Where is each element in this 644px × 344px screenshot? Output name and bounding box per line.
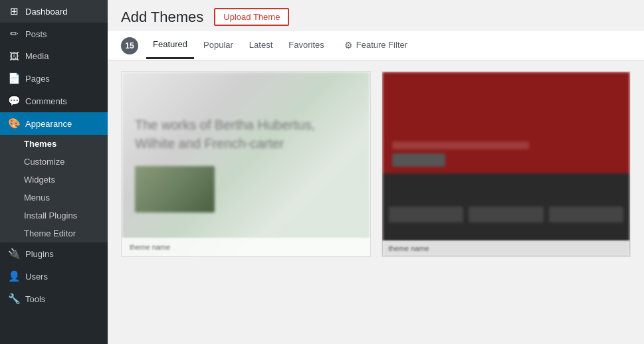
tab-featured[interactable]: Featured [146, 33, 194, 59]
sidebar-item-pages[interactable]: 📄 Pages [0, 67, 108, 90]
plugins-icon: 🔌 [8, 248, 20, 260]
tab-favorites[interactable]: Favorites [282, 33, 330, 58]
main-content: Add Themes Upload Theme 15 Featured Popu… [108, 0, 644, 344]
tabs-bar: 15 Featured Popular Latest Favorites ⚙ F… [108, 31, 644, 60]
sidebar-item-media[interactable]: 🖼 Media [0, 45, 108, 67]
upload-theme-button[interactable]: Upload Theme [214, 8, 289, 26]
sidebar-item-label: Media [25, 51, 49, 61]
sidebar-item-label: Plugins [25, 249, 54, 259]
submenu-customize[interactable]: Customize [0, 153, 108, 171]
pages-icon: 📄 [8, 72, 20, 84]
submenu-widgets[interactable]: Widgets [0, 171, 108, 189]
posts-icon: ✏ [8, 28, 20, 40]
theme-preview-image [135, 166, 215, 213]
page-title: Add Themes [121, 9, 203, 26]
tools-icon: 🔧 [8, 293, 20, 305]
dark-block-1 [389, 207, 464, 222]
theme-card-2[interactable]: theme name [381, 71, 631, 257]
sidebar-item-tools[interactable]: 🔧 Tools [0, 288, 108, 310]
feature-filter-label: Feature Filter [356, 40, 407, 50]
theme-preview-text: The works of Bertha Hubertus, Wilhite an… [135, 116, 357, 153]
submenu-menus[interactable]: Menus [0, 189, 108, 207]
submenu-install-plugins[interactable]: Install Plugins [0, 207, 108, 224]
theme-btn-block [392, 153, 445, 167]
sidebar-item-label: Dashboard [25, 7, 68, 17]
sidebar-item-label: Comments [25, 96, 67, 106]
sidebar-item-users[interactable]: 👤 Users [0, 265, 108, 288]
theme-card-2-inner: theme name [382, 72, 631, 256]
dark-block-2 [469, 207, 544, 222]
sidebar-item-label: Pages [25, 74, 50, 84]
tab-feature-filter[interactable]: ⚙ Feature Filter [338, 33, 414, 58]
gear-icon: ⚙ [344, 40, 353, 50]
theme-count-badge: 15 [121, 37, 138, 54]
sidebar-item-label: Tools [25, 294, 45, 304]
appearance-icon: 🎨 [8, 118, 20, 129]
sidebar-item-comments[interactable]: 💬 Comments [0, 90, 108, 112]
page-header: Add Themes Upload Theme [108, 0, 644, 31]
dark-block-3 [549, 207, 624, 222]
dashboard-icon: ⊞ [8, 5, 20, 17]
theme-title-block [392, 141, 529, 149]
theme-card-1-inner: The works of Bertha Hubertus, Wilhite an… [122, 72, 370, 256]
sidebar: ⊞ Dashboard ✏ Posts 🖼 Media 📄 Pages 💬 Co… [0, 0, 108, 344]
theme-preview-header [382, 72, 631, 173]
sidebar-item-label: Appearance [25, 119, 72, 129]
tab-popular[interactable]: Popular [197, 33, 240, 58]
tab-latest[interactable]: Latest [243, 33, 279, 58]
theme-card-1-footer: theme name [122, 238, 370, 256]
users-icon: 👤 [8, 270, 20, 282]
submenu-themes[interactable]: Themes [0, 135, 108, 153]
sidebar-item-label: Users [25, 272, 48, 282]
theme-preview-2 [382, 72, 631, 256]
submenu-theme-editor[interactable]: Theme Editor [0, 224, 108, 242]
comments-icon: 💬 [8, 95, 20, 107]
theme-preview-1: The works of Bertha Hubertus, Wilhite an… [122, 72, 370, 256]
themes-grid: The works of Bertha Hubertus, Wilhite an… [108, 60, 644, 344]
appearance-submenu: Themes Customize Widgets Menus Install P… [0, 135, 108, 242]
sidebar-item-plugins[interactable]: 🔌 Plugins [0, 242, 108, 265]
sidebar-item-label: Posts [25, 29, 47, 39]
sidebar-item-appearance[interactable]: 🎨 Appearance [0, 112, 108, 135]
media-icon: 🖼 [8, 50, 20, 62]
theme-card-1[interactable]: The works of Bertha Hubertus, Wilhite an… [121, 71, 371, 257]
theme-card-2-label: theme name [382, 240, 631, 256]
sidebar-item-posts[interactable]: ✏ Posts [0, 23, 108, 45]
sidebar-item-dashboard[interactable]: ⊞ Dashboard [0, 0, 108, 23]
